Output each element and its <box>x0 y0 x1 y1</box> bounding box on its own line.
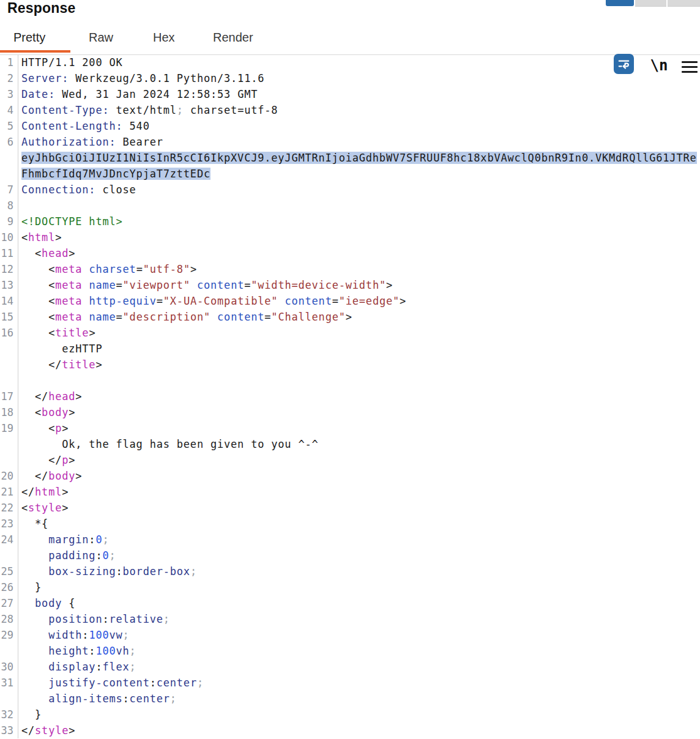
code-segment: title <box>62 358 95 371</box>
code-segment: content <box>197 279 244 291</box>
line-number <box>0 691 18 707</box>
line-number: 1 <box>0 54 18 70</box>
partial-button-gray-1[interactable] <box>635 0 666 7</box>
code-line: </head> <box>18 388 82 404</box>
line-number: 19 <box>0 420 18 436</box>
code-row: 31 justify-content:center; <box>0 675 700 691</box>
code-line: <!DOCTYPE html> <box>18 214 123 229</box>
line-number: 23 <box>0 516 18 532</box>
code-row: eyJhbGciOiJIUzI1NiIsInR5cCI6IkpXVCJ9.eyJ… <box>0 150 700 166</box>
code-segment: ; <box>190 565 197 577</box>
line-number: 28 <box>0 611 18 627</box>
code-segment: } <box>21 581 42 593</box>
code-segment: Wed, 31 Jan 2024 12:58:53 GMT <box>55 88 258 100</box>
code-segment <box>21 693 48 705</box>
code-line: <body> <box>18 404 75 420</box>
code-line: <html> <box>18 229 62 245</box>
code-segment: > <box>75 470 82 482</box>
line-number: 2 <box>0 70 18 86</box>
code-segment: p <box>55 422 62 434</box>
partial-button-gray-2[interactable] <box>668 0 700 7</box>
code-segment: > <box>69 724 75 737</box>
code-line: padding:0; <box>18 548 116 563</box>
line-number: 6 <box>0 134 18 150</box>
line-number: 18 <box>0 404 18 420</box>
line-number: 9 <box>0 214 18 229</box>
code-line: <meta name="description" content="Challe… <box>18 309 352 325</box>
code-segment: > <box>75 390 82 403</box>
code-segment: width <box>48 629 82 641</box>
code-segment: meta <box>55 311 82 323</box>
code-segment: meta <box>55 263 82 275</box>
code-line: align-items:center; <box>18 691 177 707</box>
code-segment: Content-Type: <box>21 104 109 116</box>
code-segment: position <box>48 613 102 625</box>
code-row: 1HTTP/1.1 200 OK <box>0 54 700 70</box>
code-segment: content <box>217 311 264 323</box>
code-segment: > <box>69 406 75 418</box>
code-row: 14 <meta http-equiv="X-UA-Compatible" co… <box>0 293 700 309</box>
code-row: </p> <box>0 452 700 468</box>
code-segment: html <box>35 486 62 498</box>
line-number <box>0 150 18 166</box>
code-segment: = <box>136 263 143 275</box>
code-segment: vh <box>116 645 130 657</box>
code-segment: </ <box>21 390 48 403</box>
line-number: 14 <box>0 293 18 309</box>
code-row: 26 } <box>0 579 700 595</box>
code-segment: : <box>123 693 130 705</box>
code-segment: 100 <box>89 629 109 641</box>
line-number: 20 <box>0 468 18 484</box>
code-segment: justify-content <box>48 677 150 689</box>
line-number: 3 <box>0 86 18 102</box>
code-segment <box>21 613 48 625</box>
response-code-viewer[interactable]: 1HTTP/1.1 200 OK2Server: Werkzeug/3.0.1 … <box>0 54 700 739</box>
code-row: 33</style> <box>0 722 700 738</box>
code-row: Ok, the flag has been given to you ^-^ <box>0 436 700 452</box>
code-line: box-sizing:border-box; <box>18 563 197 579</box>
code-line: Date: Wed, 31 Jan 2024 12:58:53 GMT <box>18 86 258 102</box>
code-segment: "width=device-width" <box>251 279 386 291</box>
tab-pretty[interactable]: Pretty <box>13 31 45 45</box>
code-segment: meta <box>55 295 82 307</box>
code-segment: > <box>62 486 69 498</box>
code-segment: align-items <box>48 693 122 705</box>
line-number: 4 <box>0 102 18 118</box>
tab-hex[interactable]: Hex <box>153 31 175 45</box>
tab-raw[interactable]: Raw <box>89 31 113 45</box>
code-segment: = <box>157 295 163 307</box>
code-line: Content-Length: 540 <box>18 118 150 134</box>
line-number <box>0 373 18 388</box>
code-segment <box>278 295 285 307</box>
code-row: 10<html> <box>0 229 700 245</box>
line-number: 32 <box>0 707 18 722</box>
line-number: 30 <box>0 659 18 675</box>
tab-render[interactable]: Render <box>213 31 253 45</box>
code-segment: : <box>89 645 95 657</box>
code-segment: style <box>35 724 69 737</box>
code-segment: < <box>21 247 42 259</box>
code-segment: padding <box>48 549 95 562</box>
code-segment: center <box>130 693 170 705</box>
code-segment: <!DOCTYPE html> <box>21 215 123 228</box>
code-row: 15 <meta name="description" content="Cha… <box>0 309 700 325</box>
code-row: 20 </body> <box>0 468 700 484</box>
code-segment: title <box>55 327 89 339</box>
code-segment: Werkzeug/3.0.1 Python/3.11.6 <box>69 72 264 84</box>
code-segment: : <box>95 661 102 673</box>
code-segment: "Challenge" <box>271 311 345 323</box>
code-segment: name <box>89 279 116 291</box>
code-row: padding:0; <box>0 548 700 563</box>
line-number <box>0 436 18 452</box>
code-line: HTTP/1.1 200 OK <box>18 54 123 70</box>
code-row: 11 <head> <box>0 245 700 261</box>
line-number: 7 <box>0 182 18 198</box>
code-segment: </ <box>21 470 48 482</box>
code-segment <box>82 263 89 275</box>
partial-button-blue[interactable] <box>606 0 634 6</box>
code-line: </p> <box>18 452 75 468</box>
code-segment: body <box>42 406 69 418</box>
code-segment <box>82 311 89 323</box>
code-segment: name <box>89 311 116 323</box>
line-number: 12 <box>0 261 18 277</box>
